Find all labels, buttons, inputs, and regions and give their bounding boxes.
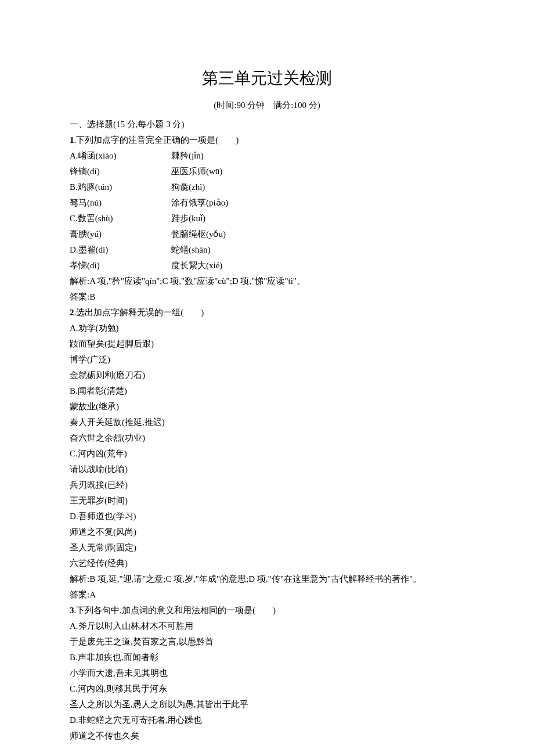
q1-stem: 11.下列加点字的注音完全正确的一项是( ).下列加点字的注音完全正确的一项是(… <box>70 132 464 148</box>
q1-row: 膏腴(yú) 瓮牖绳枢(yǒu) <box>70 226 464 242</box>
q2-line: A.劝学(劝勉) <box>70 321 464 336</box>
q3-line: 小学而大遗,吾未见其明也 <box>70 665 464 681</box>
q2-line: 博学(广泛) <box>70 352 464 368</box>
q3-line: D.非蛇鳝之穴无可寄托者,用心躁也 <box>70 712 464 728</box>
q1-cell: C.数罟(shù) <box>70 211 171 226</box>
q1-row: C.数罟(shù) 跬步(kuǐ) <box>70 211 464 226</box>
q1-row: 驽马(nú) 涂有饿莩(piǎo) <box>70 195 464 211</box>
q2-line: 跂而望矣(提起脚后跟) <box>70 336 464 352</box>
q1-cell: 瓮牖绳枢(yǒu) <box>171 226 464 242</box>
q1-cell: 跬步(kuǐ) <box>171 211 464 226</box>
q2-line: 师道之不复(风尚) <box>70 524 464 540</box>
q1-cell: 孝悌(dì) <box>70 258 171 273</box>
q2-line: 奋六世之余烈(功业) <box>70 430 464 446</box>
q2-line: D.吾师道也(学习) <box>70 509 464 524</box>
q3-line: A.斧斤以时入山林,材木不可胜用 <box>70 618 464 634</box>
q1-explain: 解析:A 项,"矜"应读"qín";C 项,"数"应读"cù";D 项,"悌"应… <box>70 273 464 289</box>
q1-cell: D.墨翟(dí) <box>70 242 171 258</box>
q2-line: 蒙故业(继承) <box>70 399 464 415</box>
q1-cell: 涂有饿莩(piǎo) <box>171 195 464 211</box>
q3-line: 于是废先王之道,焚百家之言,以愚黔首 <box>70 634 464 650</box>
section-1-header: 一、选择题(15 分,每小题 3 分) <box>70 117 464 132</box>
page-title: 第三单元过关检测 <box>70 64 464 93</box>
q2-answer: 答案:A <box>70 587 464 603</box>
q1-cell: B.鸡豚(tún) <box>70 179 171 195</box>
q3-line: B.声非加疾也,而闻者彰 <box>70 650 464 665</box>
q2-line: 王无罪岁(时间) <box>70 493 464 509</box>
q1-a2: 棘矜(jǐn) <box>171 148 464 164</box>
q1-answer: 答案:B <box>70 289 464 305</box>
exam-info: (时间:90 分钟 满分:100 分) <box>70 98 464 113</box>
q2-line: 兵刃既接(已经) <box>70 477 464 493</box>
q1-cell: 膏腴(yú) <box>70 226 171 242</box>
q1-row: A.崤函(xiáo) 棘矜(jǐn) <box>70 148 464 164</box>
q1-cell: 蛇鳝(shàn) <box>171 242 464 258</box>
q2-explain: 解析:B 项,延,"迎,请"之意;C 项,岁,"年成"的意思;D 项,"传"在这… <box>70 571 464 587</box>
q3-line: 圣人之所以为圣,愚人之所以为愚,其皆出于此乎 <box>70 697 464 712</box>
q1-cell: 度长絜大(xié) <box>171 258 464 273</box>
q2-line: C.河内凶(荒年) <box>70 446 464 462</box>
q2-line: 六艺经传(经典) <box>70 556 464 571</box>
q1-a1: A.崤函(xiáo) <box>70 148 171 164</box>
q1-row: 孝悌(dì) 度长絜大(xié) <box>70 258 464 273</box>
q3-line: 师道之不传也久矣 <box>70 728 464 744</box>
q1-row: 锋镝(dí) 巫医乐师(wū) <box>70 164 464 179</box>
q1-cell: 狗彘(zhì) <box>171 179 464 195</box>
q2-line: 金就砺则利(磨刀石) <box>70 368 464 383</box>
q1-row: D.墨翟(dí) 蛇鳝(shàn) <box>70 242 464 258</box>
q1-cell: 锋镝(dí) <box>70 164 171 179</box>
q1-row: B.鸡豚(tún) 狗彘(zhì) <box>70 179 464 195</box>
q1-cell: 巫医乐师(wū) <box>171 164 464 179</box>
q1-cell: 驽马(nú) <box>70 195 171 211</box>
q3-line: C.河内凶,则移其民于河东 <box>70 681 464 697</box>
q2-stem: 2.选出加点字解释无误的一组( ) <box>70 305 464 321</box>
q2-line: 秦人开关延敌(推延,推迟) <box>70 415 464 430</box>
q2-line: 请以战喻(比喻) <box>70 462 464 477</box>
q2-line: B.闻者彰(清楚) <box>70 383 464 399</box>
q3-stem: 3.下列各句中,加点词的意义和用法相同的一项是( ) <box>70 603 464 618</box>
q2-line: 圣人无常师(固定) <box>70 540 464 556</box>
